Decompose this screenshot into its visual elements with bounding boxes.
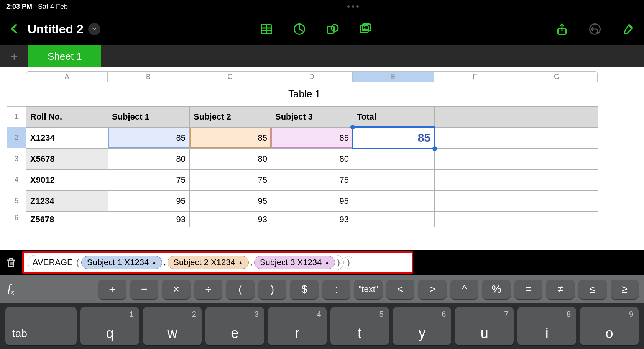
cell[interactable]: X1234 — [26, 128, 108, 149]
cell[interactable] — [435, 128, 516, 149]
formula-pill[interactable]: AVERAGE ( Subject 1 X1234 ▲,Subject 2 X1… — [28, 255, 344, 270]
row-header-1[interactable]: 1 — [7, 106, 26, 127]
media-icon[interactable] — [358, 21, 373, 37]
key-w[interactable]: 2w — [143, 307, 202, 345]
back-button[interactable] — [8, 21, 20, 37]
cell[interactable]: 85 — [190, 128, 271, 149]
cell[interactable]: 95 — [190, 191, 271, 212]
operator-key[interactable]: = — [514, 280, 543, 299]
cell[interactable]: Z1234 — [26, 191, 108, 212]
multitask-dots[interactable] — [68, 5, 638, 8]
cell[interactable] — [353, 191, 435, 212]
key-y[interactable]: 6y — [393, 307, 452, 345]
operator-key[interactable]: > — [418, 280, 447, 299]
cell[interactable] — [516, 149, 598, 170]
document-title[interactable]: Untitled 2 — [28, 22, 100, 36]
spreadsheet-surface[interactable]: . 123456 ABCDEFG Table 1 Roll No.Subject… — [0, 67, 644, 250]
cell[interactable]: X9012 — [26, 170, 108, 191]
undo-icon[interactable] — [587, 21, 603, 37]
cell[interactable]: 85 — [271, 128, 353, 149]
share-icon[interactable] — [554, 21, 570, 37]
table-header-cell[interactable]: Subject 1 — [108, 107, 190, 128]
cell[interactable] — [435, 149, 516, 170]
cell[interactable]: X5678 — [26, 149, 108, 170]
operator-key[interactable]: ÷ — [194, 280, 223, 299]
cell[interactable]: 95 — [271, 191, 353, 212]
key-r[interactable]: 4r — [268, 307, 327, 345]
cell[interactable] — [516, 212, 598, 227]
shape-icon[interactable] — [325, 21, 340, 37]
cell[interactable]: 75 — [190, 170, 271, 191]
key-q[interactable]: 1q — [80, 307, 139, 345]
table-header-cell[interactable] — [516, 107, 598, 128]
cell[interactable] — [516, 128, 598, 149]
cell[interactable] — [353, 212, 435, 227]
add-sheet-button[interactable]: + — [0, 45, 28, 67]
operator-key[interactable]: − — [130, 280, 159, 299]
key-e[interactable]: 3e — [205, 307, 264, 345]
cell[interactable]: 95 — [108, 191, 190, 212]
row-header-6[interactable]: 6 — [7, 211, 26, 227]
operator-key[interactable]: ≠ — [546, 280, 575, 299]
sheet-tab-active[interactable]: Sheet 1 — [28, 45, 101, 67]
column-header-g[interactable]: G — [516, 71, 598, 82]
column-header-f[interactable]: F — [434, 71, 516, 82]
table-header-cell[interactable]: Roll No. — [26, 107, 108, 128]
column-header-e[interactable]: E — [353, 71, 434, 82]
row-header-5[interactable]: 5 — [7, 190, 26, 211]
fx-button[interactable]: fx — [5, 282, 94, 297]
operator-key[interactable]: ≤ — [578, 280, 607, 299]
cell[interactable] — [435, 191, 516, 212]
cell[interactable] — [516, 170, 598, 191]
key-tab[interactable]: tab — [5, 307, 77, 345]
table-header-cell[interactable]: Subject 3 — [271, 107, 353, 128]
cell[interactable]: 93 — [271, 212, 353, 227]
table-title[interactable]: Table 1 — [26, 82, 598, 106]
chart-icon[interactable] — [292, 21, 307, 37]
title-dropdown-icon[interactable] — [88, 23, 100, 35]
operator-key[interactable]: "text" — [354, 280, 383, 299]
column-header-b[interactable]: B — [108, 71, 189, 82]
formula-arg-token[interactable]: Subject 1 X1234 ▲ — [81, 256, 162, 269]
column-header-a[interactable]: A — [26, 71, 108, 82]
operator-key[interactable]: × — [162, 280, 191, 299]
operator-key[interactable]: ( — [226, 280, 255, 299]
table-icon[interactable] — [259, 21, 274, 37]
formula-input-highlight[interactable]: AVERAGE ( Subject 1 X1234 ▲,Subject 2 X1… — [22, 251, 413, 274]
column-header-c[interactable]: C — [189, 71, 271, 82]
table-header-cell[interactable]: Total — [353, 107, 435, 128]
cell[interactable] — [435, 212, 516, 227]
cell[interactable]: 80 — [108, 149, 190, 170]
cell[interactable]: 80 — [190, 149, 271, 170]
table-header-cell[interactable]: Subject 2 — [190, 107, 271, 128]
cell[interactable]: 93 — [108, 212, 190, 227]
cell[interactable]: 85 — [108, 128, 190, 149]
key-i[interactable]: 8i — [518, 307, 576, 345]
cell[interactable]: 80 — [271, 149, 353, 170]
cell[interactable]: 93 — [190, 212, 271, 227]
operator-key[interactable]: + — [98, 280, 127, 299]
cell[interactable] — [516, 191, 598, 212]
delete-formula-button[interactable] — [5, 256, 18, 269]
operator-key[interactable]: < — [386, 280, 415, 299]
operator-key[interactable]: : — [322, 280, 351, 299]
format-brush-icon[interactable] — [620, 21, 636, 37]
operator-key[interactable]: ≥ — [611, 280, 639, 299]
operator-key[interactable]: ) — [258, 280, 287, 299]
cell[interactable] — [353, 170, 435, 191]
operator-key[interactable]: $ — [290, 280, 319, 299]
formula-arg-token[interactable]: Subject 3 X1234 ▲ — [254, 256, 335, 269]
cell[interactable]: Z5678 — [26, 212, 108, 227]
cell[interactable] — [353, 149, 435, 170]
key-o[interactable]: 9o — [580, 307, 639, 345]
table-header-cell[interactable] — [435, 107, 516, 128]
cell[interactable]: 85 — [353, 128, 435, 149]
cell[interactable]: 75 — [271, 170, 353, 191]
operator-key[interactable]: ^ — [450, 280, 479, 299]
key-u[interactable]: 7u — [455, 307, 514, 345]
operator-key[interactable]: % — [482, 280, 511, 299]
cell[interactable]: 75 — [108, 170, 190, 191]
formula-arg-token[interactable]: Subject 2 X1234 ▲ — [168, 256, 248, 269]
column-header-d[interactable]: D — [271, 71, 353, 82]
key-t[interactable]: 5t — [330, 307, 389, 345]
